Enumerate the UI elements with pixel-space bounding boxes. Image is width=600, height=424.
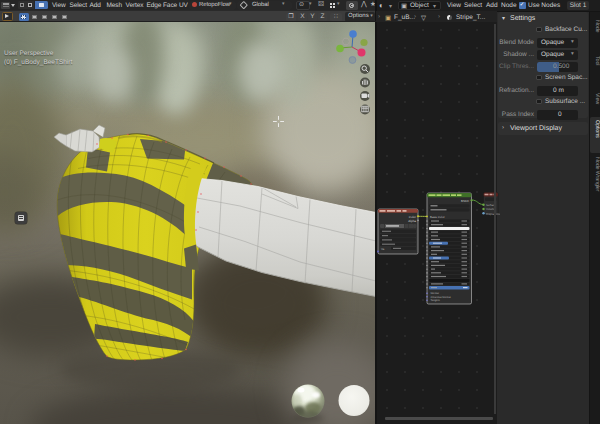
svg-text:Ve: Ve	[381, 247, 385, 251]
svg-text:Alpha: Alpha	[408, 219, 416, 223]
svg-text:BSDF: BSDF	[461, 199, 469, 203]
svg-text:Base Color: Base Color	[430, 215, 445, 219]
svg-text:Tangent: Tangent	[431, 299, 441, 302]
svg-text:Displacement: Displacement	[486, 212, 500, 216]
